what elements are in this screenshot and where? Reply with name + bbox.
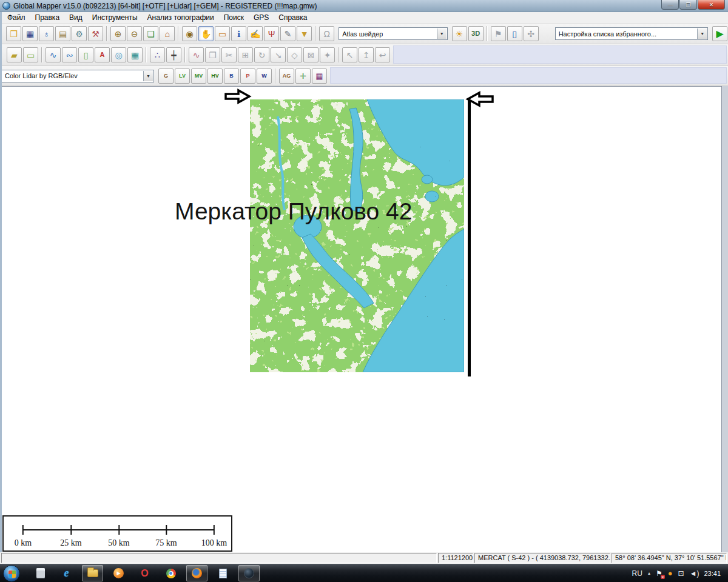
lidar-color-combo[interactable]: Color Lidar by RGB/Elev ▼ xyxy=(1,70,154,82)
app-button-icon xyxy=(87,569,98,577)
digitizer-create-text-button[interactable]: A xyxy=(95,47,110,62)
tray-language-indicator[interactable]: RU xyxy=(632,569,642,578)
map-image[interactable] xyxy=(250,99,464,372)
chevron-down-icon[interactable]: ▼ xyxy=(143,71,153,81)
taskbar-app-global-mapper[interactable] xyxy=(238,565,260,581)
gps-flag-button[interactable]: ⚑ xyxy=(491,26,506,41)
lidar-color-grid-button[interactable]: ▦ xyxy=(312,69,327,84)
measure-tool-button[interactable]: ▭ xyxy=(215,26,230,41)
digitizer-copy-feature-button[interactable]: ✂ xyxy=(221,47,237,62)
digitizer-undo-button[interactable]: ↩ xyxy=(375,47,390,62)
digitizer-scale-feature-button[interactable]: ↘ xyxy=(271,47,286,62)
zoom-out-button[interactable]: ⊖ xyxy=(127,26,142,41)
lidar-high-vegetation-button[interactable]: HV xyxy=(207,69,223,84)
zoom-tool-button[interactable]: ◉ xyxy=(182,26,197,41)
digitizer-insert-vertex-button[interactable]: ┿ xyxy=(166,47,181,62)
gps-track-button[interactable]: ✣ xyxy=(524,26,539,41)
digitizer-create-range-ring-button[interactable]: ∿ xyxy=(189,47,204,62)
filter-tool-button[interactable]: ▼ xyxy=(297,26,312,41)
menu-file[interactable]: Файл xyxy=(2,13,30,22)
digitizer-create-freehand-button[interactable]: ∾ xyxy=(62,47,77,62)
digitizer-export-feature-button[interactable]: ↥ xyxy=(359,47,374,62)
taskbar-app-notepad[interactable] xyxy=(212,565,234,581)
menu-search[interactable]: Поиск xyxy=(219,13,249,22)
tray-action-center-icon[interactable]: ⚑ xyxy=(656,569,662,578)
run-favorite-button[interactable]: ▶ xyxy=(712,26,727,41)
open-data-button[interactable]: ❒ xyxy=(6,26,21,41)
lidar-water-button[interactable]: W xyxy=(257,69,272,84)
minimize-button[interactable]: — xyxy=(661,0,679,10)
chevron-down-icon[interactable]: ▼ xyxy=(697,28,707,39)
open-workspace-button[interactable]: ✍ xyxy=(248,26,263,41)
digitizer-create-line-button[interactable]: ∿ xyxy=(46,47,61,62)
digitizer-select-vertices-button[interactable]: ↖ xyxy=(342,47,357,62)
shader-options-button[interactable]: ☀ xyxy=(452,26,467,41)
shader-combo[interactable]: Atlas шейдер ▼ xyxy=(339,27,448,40)
menu-gps[interactable]: GPS xyxy=(249,13,274,22)
lidar-low-vegetation-button[interactable]: LV xyxy=(175,69,190,84)
menubar: ФайлПравкаВидИнструментыАнализ топографи… xyxy=(0,12,728,24)
digitizer-split-feature-button[interactable]: ⊠ xyxy=(303,47,318,62)
taskbar-app-chrome[interactable] xyxy=(160,565,181,581)
taskbar-app-opera[interactable] xyxy=(134,565,155,581)
save-workspace-button[interactable]: ▦ xyxy=(22,26,38,41)
digitizer-move-feature-button[interactable]: ❐ xyxy=(205,47,220,62)
digitizer-create-point-button[interactable]: ∴ xyxy=(150,47,165,62)
overlay-control-center-button[interactable]: ▤ xyxy=(55,26,70,41)
download-online-imagery-button[interactable]: ♁ xyxy=(39,26,54,41)
gps-device-button[interactable]: ▯ xyxy=(507,26,522,41)
menu-help[interactable]: Справка xyxy=(274,13,312,22)
digitizer-create-grid-button[interactable]: ▦ xyxy=(127,47,143,62)
menu-tools[interactable]: Инструменты xyxy=(87,13,143,22)
taskbar-app-explorer[interactable] xyxy=(82,565,103,581)
status-coordinates: 58° 08' 36.4945" N, 37° 10' 51.5567" E xyxy=(612,553,727,563)
digitizer-combine-features-button[interactable]: ⊞ xyxy=(238,47,253,62)
tray-network-icon[interactable]: ⊡ xyxy=(678,569,684,578)
start-button[interactable] xyxy=(3,565,20,582)
map-annotation-text: Меркатор Пулково 42 xyxy=(175,198,413,225)
chevron-down-icon[interactable]: ▼ xyxy=(437,28,447,39)
lidar-ground-button[interactable]: G xyxy=(158,69,174,84)
configuration-button[interactable]: ⚙ xyxy=(72,26,87,41)
tray-update-icon[interactable]: ● xyxy=(668,569,673,578)
taskbar-app-media-player[interactable] xyxy=(108,565,129,581)
digitizer-create-rect-area-button[interactable]: ▭ xyxy=(23,47,38,62)
toolbar-separator xyxy=(315,26,316,41)
close-button[interactable]: ✕ xyxy=(698,0,725,10)
digitizer-create-rect-button[interactable]: ▯ xyxy=(78,47,93,62)
lidar-power-lines-button[interactable]: P xyxy=(240,69,255,84)
digitizer-create-buffer-button[interactable]: ◎ xyxy=(111,47,126,62)
snap-mode-button[interactable]: Ω xyxy=(319,26,334,41)
pan-tool-button[interactable]: ✋ xyxy=(198,26,214,41)
zoom-in-button[interactable]: ⊕ xyxy=(110,26,126,41)
feature-info-tool-button[interactable]: ℹ xyxy=(231,26,246,41)
show-3d-view-button[interactable]: 3D xyxy=(468,26,484,41)
lidar-buildings-button[interactable]: B xyxy=(224,69,239,84)
map-canvas[interactable]: Меркатор Пулково 42 0 km 25 km 50 km xyxy=(2,86,721,552)
taskbar-app-firefox[interactable] xyxy=(186,565,207,581)
last-view-button[interactable]: ⌂ xyxy=(160,26,175,41)
taskbar-app-internet-explorer[interactable] xyxy=(56,565,77,581)
taskbar-clock[interactable]: 23:41 xyxy=(704,570,721,577)
menu-view[interactable]: Вид xyxy=(64,13,87,22)
digitizer-tool-button[interactable]: ✎ xyxy=(280,26,295,41)
path-profile-button[interactable]: Ψ xyxy=(264,26,279,41)
titlebar[interactable]: Global Mapper v15.0 (b092213) [64-bit] [… xyxy=(0,0,728,12)
tray-hidden-icons-button[interactable]: ▴ xyxy=(648,570,650,576)
digitizer-rotate-feature-button[interactable]: ↻ xyxy=(254,47,269,62)
lidar-filter-button[interactable]: ✛ xyxy=(295,69,311,84)
digitizer-smooth-feature-button[interactable]: ✦ xyxy=(320,47,335,62)
toolbar-digitizer-group: ▰▭∿∾▯A◎▦∴┿∿❐✂⊞↻↘◇⊠✦↖↥↩ xyxy=(6,47,391,63)
tray-volume-icon[interactable]: ◄) xyxy=(690,569,699,578)
favorites-combo[interactable]: Настройка списка избранного... ▼ xyxy=(555,27,709,40)
menu-terrain-analysis[interactable]: Анализ топографии xyxy=(143,13,219,22)
full-view-button[interactable]: ❏ xyxy=(143,26,158,41)
taskbar-app-calculator[interactable] xyxy=(30,565,51,581)
lidar-medium-vegetation-button[interactable]: MV xyxy=(191,69,206,84)
restore-button[interactable]: ❐ xyxy=(679,0,697,10)
digitizer-create-area-button[interactable]: ▰ xyxy=(7,47,22,62)
map-layout-button[interactable]: ⚒ xyxy=(88,26,103,41)
menu-edit[interactable]: Правка xyxy=(30,13,65,22)
digitizer-merge-features-button[interactable]: ◇ xyxy=(287,47,302,62)
lidar-above-ground-button[interactable]: AG xyxy=(279,69,294,84)
